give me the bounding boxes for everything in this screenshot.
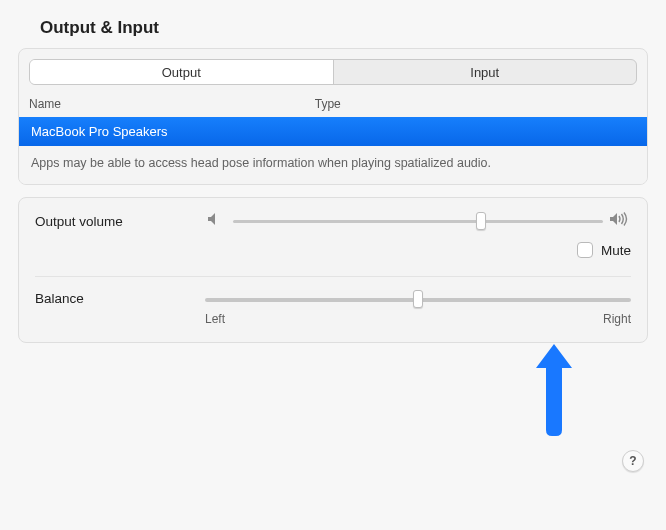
- speaker-high-icon: [609, 212, 631, 230]
- balance-slider[interactable]: [205, 292, 631, 306]
- page-title: Output & Input: [40, 18, 654, 38]
- callout-arrow-icon: [524, 330, 584, 440]
- balance-right-label: Right: [603, 312, 631, 326]
- tab-input[interactable]: Input: [334, 60, 637, 84]
- column-type: Type: [315, 97, 637, 111]
- tab-output[interactable]: Output: [30, 60, 334, 84]
- device-table-header: Name Type: [19, 93, 647, 117]
- output-volume-label: Output volume: [35, 214, 205, 229]
- output-input-tabs: Output Input: [29, 59, 637, 85]
- controls-panel: Output volume: [18, 197, 648, 343]
- help-button[interactable]: ?: [622, 450, 644, 472]
- speaker-low-icon: [205, 212, 227, 230]
- column-name: Name: [29, 97, 315, 111]
- balance-label: Balance: [35, 291, 205, 306]
- devices-panel: Output Input Name Type MacBook Pro Speak…: [18, 48, 648, 185]
- device-row[interactable]: MacBook Pro Speakers: [19, 117, 647, 146]
- mute-label: Mute: [601, 243, 631, 258]
- mute-checkbox[interactable]: [577, 242, 593, 258]
- output-volume-slider[interactable]: [233, 214, 603, 228]
- balance-left-label: Left: [205, 312, 225, 326]
- spatial-audio-note: Apps may be able to access head pose inf…: [19, 146, 647, 184]
